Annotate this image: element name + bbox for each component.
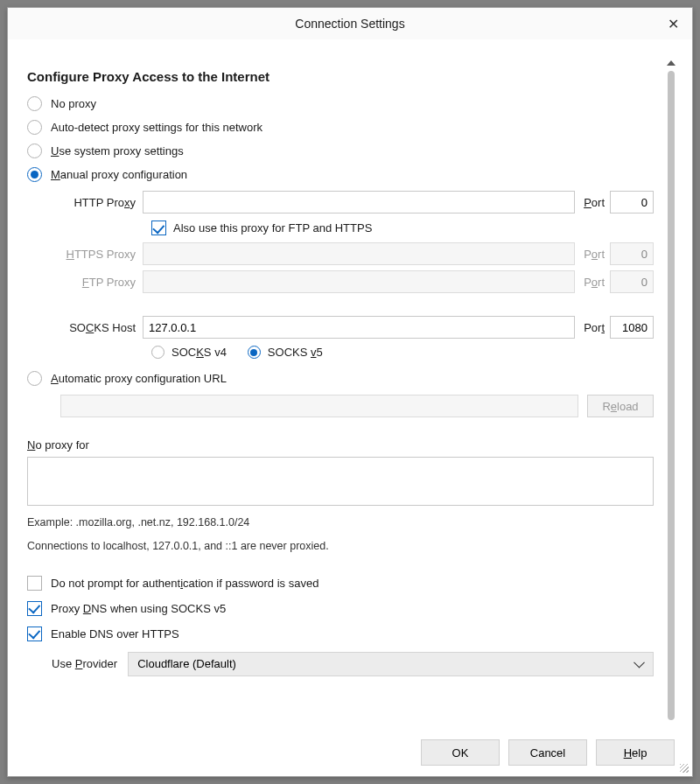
radio-icon[interactable] — [27, 371, 42, 386]
radio-icon[interactable] — [27, 167, 42, 182]
scroll-thumb[interactable] — [668, 71, 675, 720]
http-proxy-input[interactable] — [143, 191, 575, 214]
radio-label: Automatic proxy configuration URL — [51, 372, 227, 385]
checkbox-icon[interactable] — [27, 576, 42, 591]
connection-settings-dialog: Connection Settings ✕ Configure Proxy Ac… — [7, 7, 693, 777]
manual-proxy-section: HTTP Proxy Port Also use this proxy for … — [27, 191, 654, 359]
help-button[interactable]: Help — [596, 739, 675, 766]
radio-label: Manual proxy configuration — [51, 168, 187, 181]
no-proxy-for-label: No proxy for — [27, 438, 654, 452]
socks-host-label: SOCKS Host — [60, 321, 143, 334]
checkbox-label: Enable DNS over HTTPS — [51, 627, 179, 640]
http-port-label: Port — [575, 196, 610, 209]
checkbox-icon[interactable] — [151, 220, 166, 235]
pac-url-input — [60, 395, 578, 417]
radio-icon[interactable] — [27, 96, 42, 111]
enable-doh-row[interactable]: Enable DNS over HTTPS — [27, 626, 654, 641]
radio-auto-config-url[interactable]: Automatic proxy configuration URL — [27, 371, 654, 386]
dialog-body: Configure Proxy Access to the Internet N… — [8, 39, 692, 731]
checkbox-icon[interactable] — [27, 626, 42, 641]
radio-system-proxy[interactable]: Use system proxy settings — [27, 144, 654, 158]
radio-icon[interactable] — [27, 120, 42, 135]
radio-icon[interactable] — [248, 346, 261, 359]
titlebar: Connection Settings ✕ — [8, 8, 692, 39]
window-title: Connection Settings — [295, 17, 404, 31]
http-proxy-row: HTTP Proxy Port — [60, 191, 654, 214]
pac-url-row: Reload — [60, 395, 654, 417]
https-port-label: Port — [575, 248, 610, 261]
resize-grip-icon[interactable] — [680, 764, 689, 773]
radio-auto-detect[interactable]: Auto-detect proxy settings for this netw… — [27, 120, 654, 135]
provider-select-wrap: Cloudflare (Default) — [128, 652, 654, 676]
socks-host-row: SOCKS Host Port — [60, 316, 654, 339]
checkbox-label: Proxy DNS when using SOCKS v5 — [51, 602, 226, 615]
http-proxy-label: HTTP Proxy — [60, 196, 143, 209]
radio-label: Auto-detect proxy settings for this netw… — [51, 121, 262, 134]
radio-label: SOCKS v4 — [172, 346, 227, 359]
radio-socks-v5[interactable]: SOCKS v5 — [248, 346, 323, 359]
no-proxy-for-input[interactable] — [27, 457, 654, 506]
radio-socks-v4[interactable]: SOCKS v4 — [151, 346, 227, 359]
no-proxy-example: Example: .mozilla.org, .net.nz, 192.168.… — [27, 514, 654, 532]
ftp-proxy-row: FTP Proxy Port — [60, 270, 654, 293]
ftp-port-label: Port — [575, 276, 610, 289]
ok-button[interactable]: OK — [421, 739, 500, 766]
proxy-dns-socks5-row[interactable]: Proxy DNS when using SOCKS v5 — [27, 601, 654, 616]
http-port-input[interactable] — [610, 191, 654, 214]
reload-button: Reload — [587, 395, 654, 417]
doh-provider-row: Use Provider Cloudflare (Default) — [27, 652, 654, 676]
https-proxy-input — [143, 242, 575, 265]
content: Configure Proxy Access to the Internet N… — [27, 57, 666, 725]
https-port-input — [610, 242, 654, 265]
provider-label: Use Provider — [52, 657, 117, 670]
ftp-port-input — [610, 270, 654, 293]
radio-label: No proxy — [51, 97, 96, 110]
also-use-row[interactable]: Also use this proxy for FTP and HTTPS — [60, 220, 654, 235]
socks-port-input[interactable] — [610, 316, 654, 339]
ftp-proxy-input — [143, 270, 575, 293]
radio-icon[interactable] — [27, 144, 42, 158]
https-proxy-label: HTTPS Proxy — [60, 248, 143, 261]
provider-select[interactable]: Cloudflare (Default) — [128, 652, 654, 676]
dialog-footer: OK Cancel Help — [8, 731, 692, 776]
close-icon[interactable]: ✕ — [662, 13, 683, 34]
scroll-track[interactable] — [668, 71, 675, 720]
scrollbar[interactable] — [666, 57, 676, 725]
checkbox-label: Do not prompt for authentication if pass… — [51, 577, 318, 590]
no-auth-prompt-row[interactable]: Do not prompt for authentication if pass… — [27, 576, 654, 591]
socks-port-label: Port — [575, 321, 610, 334]
radio-manual-proxy[interactable]: Manual proxy configuration — [27, 167, 654, 182]
socks-version-row: SOCKS v4 SOCKS v5 — [60, 346, 654, 359]
radio-icon[interactable] — [151, 346, 164, 359]
page-title: Configure Proxy Access to the Internet — [27, 69, 654, 84]
ftp-proxy-label: FTP Proxy — [60, 276, 143, 289]
cancel-button[interactable]: Cancel — [508, 739, 587, 766]
radio-label: Use system proxy settings — [51, 144, 184, 158]
pac-section: Reload — [27, 395, 654, 417]
chevron-up-icon[interactable] — [667, 60, 676, 66]
localhost-note: Connections to localhost, 127.0.0.1, and… — [27, 537, 654, 556]
socks-host-input[interactable] — [143, 316, 575, 339]
radio-no-proxy[interactable]: No proxy — [27, 96, 654, 111]
checkbox-icon[interactable] — [27, 601, 42, 616]
checkbox-label: Also use this proxy for FTP and HTTPS — [173, 221, 372, 234]
radio-label: SOCKS v5 — [268, 346, 323, 359]
https-proxy-row: HTTPS Proxy Port — [60, 242, 654, 265]
